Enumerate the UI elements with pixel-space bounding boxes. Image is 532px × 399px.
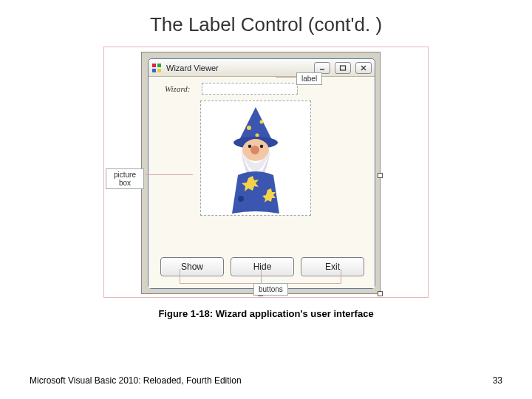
callout-buttons: buttons bbox=[253, 283, 288, 296]
callout-label: label bbox=[296, 72, 322, 85]
figure-caption: Figure 1-18: Wizard application's user i… bbox=[0, 308, 532, 319]
close-button[interactable] bbox=[355, 62, 372, 74]
wizard-caption-label: Wizard: bbox=[165, 84, 190, 93]
callout-line bbox=[146, 174, 193, 175]
form-designer-surface: Wizard Viewer Wizard: bbox=[141, 52, 381, 294]
callout-line bbox=[341, 269, 341, 283]
slide-title: The Label Control (cont'd. ) bbox=[0, 13, 532, 36]
exit-button[interactable]: Exit bbox=[301, 257, 364, 276]
app-icon bbox=[151, 63, 162, 73]
svg-rect-5 bbox=[341, 66, 346, 70]
window-title: Wizard Viewer bbox=[166, 64, 219, 72]
svg-point-10 bbox=[256, 134, 259, 137]
svg-rect-3 bbox=[157, 69, 161, 72]
hide-button[interactable]: Hide bbox=[231, 257, 294, 276]
page-number: 33 bbox=[493, 375, 502, 386]
callout-picturebox: picture box bbox=[106, 168, 144, 189]
callout-line bbox=[261, 269, 262, 283]
button-bar: Show Hide Exit bbox=[160, 257, 364, 276]
label-control[interactable] bbox=[202, 83, 298, 95]
wizard-viewer-window: Wizard Viewer Wizard: bbox=[148, 58, 375, 289]
svg-point-9 bbox=[260, 120, 264, 124]
show-button[interactable]: Show bbox=[160, 257, 224, 276]
slide-footer: Microsoft Visual Basic 2010: Reloaded, F… bbox=[30, 375, 502, 386]
titlebar: Wizard Viewer bbox=[149, 59, 375, 77]
svg-rect-2 bbox=[152, 69, 156, 72]
resize-handle-corner[interactable] bbox=[378, 291, 383, 296]
svg-point-13 bbox=[250, 146, 259, 154]
resize-handle-right[interactable] bbox=[378, 173, 383, 178]
svg-rect-1 bbox=[157, 64, 161, 67]
picturebox-control[interactable] bbox=[200, 100, 311, 216]
svg-point-15 bbox=[260, 145, 263, 148]
svg-point-14 bbox=[248, 145, 251, 148]
svg-point-8 bbox=[247, 126, 251, 130]
maximize-button[interactable] bbox=[335, 62, 351, 74]
svg-point-16 bbox=[238, 196, 244, 202]
callout-line bbox=[276, 77, 296, 78]
figure-panel: Wizard Viewer Wizard: bbox=[103, 47, 429, 298]
footer-text: Microsoft Visual Basic 2010: Reloaded, F… bbox=[30, 375, 242, 386]
svg-rect-0 bbox=[152, 64, 156, 67]
wizard-image bbox=[208, 104, 303, 215]
form-client-area: Wizard: bbox=[149, 77, 375, 288]
callout-line bbox=[180, 269, 180, 283]
